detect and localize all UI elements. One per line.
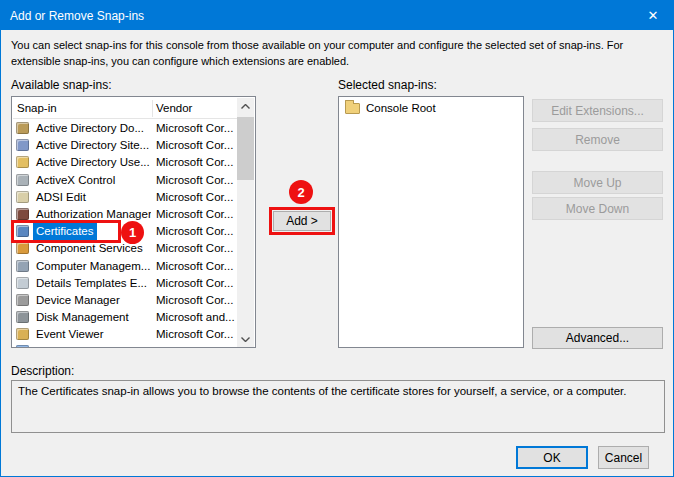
snapin-name: Authorization Manager [33,206,151,223]
table-row[interactable]: Certificates Microsoft Cor... [13,223,239,240]
adsi-edit-icon [16,191,29,203]
table-row[interactable]: Device Manager Microsoft Cor... [13,292,239,309]
snapin-name: Active Directory Use... [33,154,151,171]
table-row[interactable]: Active Directory Site... Microsoft Cor..… [13,137,239,154]
exchange-toolbox-icon [16,345,29,348]
available-snapins-label: Available snap-ins: [11,78,112,92]
snapin-vendor: Microsoft Cor... [156,120,238,137]
scroll-down-arrow-icon[interactable] [237,331,254,348]
table-row[interactable]: Active Directory Do... Microsoft Cor... [13,120,239,137]
snapin-vendor: Microsoft Cor... [156,223,238,240]
snapin-name: Details Templates E... [33,275,150,292]
active-directory-users-icon [16,156,29,168]
scroll-up-arrow-icon[interactable] [237,98,254,115]
column-header-vendor[interactable]: Vendor [156,98,192,119]
snapin-name: ADSI Edit [33,189,89,206]
advanced-button[interactable]: Advanced... [532,327,663,349]
table-row[interactable]: Active Directory Use... Microsoft Cor... [13,154,239,171]
table-row[interactable]: Exchange Toolbox Microsoft Co... [13,343,239,348]
component-services-icon [16,242,29,254]
snapin-name: Exchange Toolbox [33,343,133,348]
snapin-name: Device Manager [33,292,123,309]
active-directory-sites-icon [16,139,29,151]
table-row[interactable]: Computer Managem... Microsoft Cor... [13,258,239,275]
snapin-name: Active Directory Site... [33,137,151,154]
available-snapins-list: Snap-in Vendor Active Directory Do... Mi… [11,96,256,348]
snapin-vendor: Microsoft Cor... [156,292,238,309]
active-directory-domains-icon [16,122,29,134]
snapin-vendor: Microsoft Cor... [156,154,238,171]
event-viewer-icon [16,328,29,340]
move-up-button[interactable]: Move Up [532,171,663,194]
selected-snapins-list: Console Root [338,96,524,348]
add-remove-snapins-dialog: Add or Remove Snap-ins ✕ You can select … [0,0,674,477]
snapin-name: Disk Management [33,309,132,326]
intro-text-line1: You can select snap-ins for this console… [11,39,623,51]
description-label: Description: [11,364,74,378]
move-down-button[interactable]: Move Down [532,197,663,220]
intro-text-line2: extensible snap-ins, you can configure w… [11,55,349,67]
table-row[interactable]: Details Templates E... Microsoft Cor... [13,275,239,292]
certificates-icon [16,225,29,237]
list-header: Snap-in Vendor [13,98,239,119]
dialog-title: Add or Remove Snap-ins [10,9,144,23]
edit-extensions-button[interactable]: Edit Extensions... [532,99,663,122]
snapin-vendor: Microsoft Cor... [156,240,238,257]
snapin-vendor: Microsoft Cor... [156,189,238,206]
device-manager-icon [16,294,29,306]
snapin-vendor: Microsoft Cor... [156,275,238,292]
computer-management-icon [16,260,29,272]
table-row[interactable]: Event Viewer Microsoft Cor... [13,326,239,343]
folder-icon [345,103,360,114]
snapin-name: Event Viewer [33,326,107,343]
snapin-vendor: Microsoft Cor... [156,326,238,343]
ok-button[interactable]: OK [516,446,588,469]
snapin-vendor: Microsoft Cor... [156,258,238,275]
close-icon: ✕ [648,8,659,23]
table-row[interactable]: ActiveX Control Microsoft Cor... [13,172,239,189]
scrollbar-thumb[interactable] [237,117,254,180]
selected-snapins-label: Selected snap-ins: [338,78,437,92]
list-item[interactable]: Console Root [340,100,523,117]
snapin-name: Certificates [33,223,97,240]
snapin-name: ActiveX Control [33,172,118,189]
column-header-snapin[interactable]: Snap-in [17,98,57,119]
description-box: The Certificates snap-in allows you to b… [11,380,665,433]
snapin-name: Computer Managem... [33,258,151,275]
remove-button[interactable]: Remove [532,128,663,151]
snapin-vendor: Microsoft Co... [156,343,238,348]
snapin-name: Component Services [33,240,146,257]
vertical-scrollbar[interactable] [237,98,254,348]
close-button[interactable]: ✕ [633,1,673,30]
snapin-vendor: Microsoft Cor... [156,137,238,154]
snapin-rows: Active Directory Do... Microsoft Cor... … [13,120,239,348]
details-templates-editor-icon [16,277,29,289]
title-bar: Add or Remove Snap-ins [1,1,673,30]
table-row[interactable]: Disk Management Microsoft and... [13,309,239,326]
snapin-vendor: Microsoft Cor... [156,172,238,189]
table-row[interactable]: Authorization Manager Microsoft Cor... [13,206,239,223]
authorization-manager-icon [16,208,29,220]
snapin-name: Active Directory Do... [33,120,147,137]
console-root-label: Console Root [366,101,436,116]
cancel-button[interactable]: Cancel [598,446,649,469]
add-button[interactable]: Add > [273,211,331,231]
disk-management-icon [16,311,29,323]
snapin-vendor: Microsoft Cor... [156,206,238,223]
description-text: The Certificates snap-in allows you to b… [18,385,627,397]
column-separator [152,100,153,117]
activex-control-icon [16,174,29,186]
table-row[interactable]: Component Services Microsoft Cor... [13,240,239,257]
snapin-vendor: Microsoft and... [156,309,238,326]
step2-badge: 2 [289,180,313,204]
table-row[interactable]: ADSI Edit Microsoft Cor... [13,189,239,206]
